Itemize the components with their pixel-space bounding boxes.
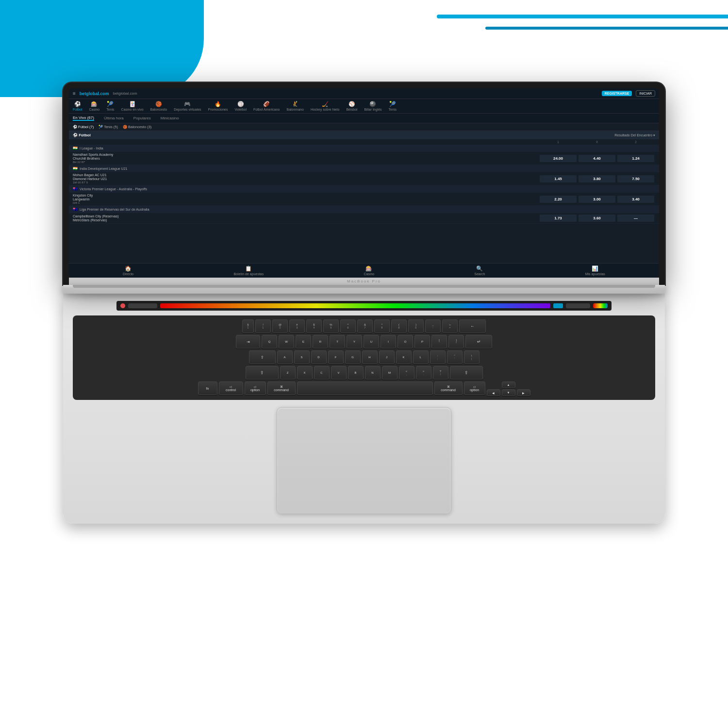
- key-slash[interactable]: ?/: [433, 366, 448, 380]
- key-m[interactable]: M: [382, 366, 397, 380]
- key-caps[interactable]: ⇪: [249, 350, 276, 364]
- key-a[interactable]: A: [277, 350, 293, 364]
- sport-beisbol[interactable]: ⚾ Béisbol: [346, 101, 357, 111]
- key-5[interactable]: %5: [323, 319, 339, 333]
- key-semicolon[interactable]: :;: [430, 350, 446, 364]
- sport-tenis2[interactable]: 🎾 Tenis: [389, 101, 397, 111]
- sport-promociones[interactable]: 🔥 Promociones: [208, 101, 228, 111]
- key-backslash[interactable]: \|: [464, 350, 480, 364]
- key-8[interactable]: *8: [374, 319, 390, 333]
- result-selector[interactable]: Resultado Del Encuentro ▾: [614, 133, 655, 137]
- odd-1[interactable]: 2.20: [540, 196, 577, 203]
- nav-search[interactable]: 🔍 Search: [474, 265, 485, 276]
- key-shift-left[interactable]: ⇧: [246, 366, 279, 380]
- sport-casino-vivo[interactable]: 🃏 Casino en vivo: [121, 101, 144, 111]
- filter-tenis[interactable]: 🎾 Tenis (5): [99, 125, 118, 129]
- tab-en-vivo[interactable]: En Vivo (67): [73, 116, 94, 121]
- nav-directo[interactable]: 🏠 Directo: [123, 265, 133, 276]
- key-l[interactable]: L: [413, 350, 429, 364]
- key-s[interactable]: S: [294, 350, 310, 364]
- key-arrow-down[interactable]: ▼: [502, 389, 515, 396]
- key-2[interactable]: @2: [272, 319, 288, 333]
- key-control[interactable]: alt control: [219, 381, 243, 395]
- odd-x[interactable]: 3.60: [579, 215, 615, 222]
- sport-futbol[interactable]: ⚽ Fútbol: [73, 101, 82, 111]
- key-3[interactable]: #3: [289, 319, 305, 333]
- key-d[interactable]: D: [311, 350, 327, 364]
- sport-baloncesto[interactable]: 🏀 Baloncesto: [150, 101, 167, 111]
- key-arrow-left[interactable]: ◀: [487, 389, 500, 396]
- key-equal[interactable]: +=: [442, 319, 458, 333]
- key-arrow-up[interactable]: ▲: [502, 381, 515, 388]
- key-0[interactable]: )0: [408, 319, 424, 333]
- key-6[interactable]: ^6: [340, 319, 356, 333]
- key-command-left[interactable]: ⌘ command: [267, 381, 296, 395]
- sport-tenis[interactable]: 🎾 Tenis: [106, 101, 114, 111]
- filter-baloncesto[interactable]: 🏀 Baloncesto (3): [123, 125, 151, 129]
- key-q[interactable]: Q: [262, 335, 277, 348]
- odd-2[interactable]: 1.24: [617, 155, 654, 162]
- key-j[interactable]: J: [379, 350, 395, 364]
- key-arrow-right[interactable]: ▶: [517, 389, 530, 396]
- key-space[interactable]: [297, 381, 433, 395]
- key-h[interactable]: H: [362, 350, 378, 364]
- tab-populares[interactable]: Populares: [133, 116, 151, 120]
- sport-hockey[interactable]: 🏒 Hockey sobre hielo: [311, 101, 340, 111]
- key-w[interactable]: W: [279, 335, 294, 348]
- key-u[interactable]: U: [364, 335, 379, 348]
- tab-minicasino[interactable]: Minicasino: [161, 116, 179, 120]
- login-button[interactable]: INICIAR: [636, 90, 655, 97]
- sport-voleibol[interactable]: 🏐 Voleibol: [234, 101, 247, 111]
- key-r[interactable]: R: [313, 335, 328, 348]
- key-b[interactable]: B: [348, 366, 364, 380]
- key-y[interactable]: Y: [347, 335, 362, 348]
- key-4[interactable]: $4: [306, 319, 322, 333]
- key-enter[interactable]: ↵: [465, 335, 492, 348]
- key-shift-right[interactable]: ⇧: [450, 366, 483, 380]
- key-o[interactable]: O: [397, 335, 413, 348]
- key-p[interactable]: P: [414, 335, 430, 348]
- key-option-right[interactable]: alt option: [464, 381, 485, 395]
- key-bracket-r[interactable]: ]^: [448, 335, 464, 348]
- key-7[interactable]: &7: [357, 319, 373, 333]
- key-comma[interactable]: <,: [399, 366, 414, 380]
- key-fn[interactable]: fn: [198, 381, 217, 395]
- sport-balonmano[interactable]: 🤾 Balonmano: [286, 101, 303, 111]
- key-backspace[interactable]: ←: [459, 319, 486, 333]
- key-option-left[interactable]: alt option: [245, 381, 266, 395]
- key-command-right[interactable]: ⌘ command: [434, 381, 463, 395]
- key-c[interactable]: C: [314, 366, 330, 380]
- tab-ultima-hora[interactable]: Última hora: [104, 116, 124, 120]
- odd-x[interactable]: 4.40: [579, 155, 615, 162]
- odd-x[interactable]: 3.00: [579, 196, 615, 203]
- nav-casino[interactable]: 🎰 Casino: [364, 265, 374, 276]
- key-t[interactable]: T: [330, 335, 345, 348]
- key-tab[interactable]: ⇥: [236, 335, 260, 348]
- key-section[interactable]: §1: [242, 319, 254, 333]
- key-z[interactable]: Z: [280, 366, 296, 380]
- sport-casino[interactable]: 🎰 Casino: [89, 101, 99, 111]
- key-x[interactable]: X: [297, 366, 313, 380]
- sport-americano[interactable]: 🏈 Fútbol Americano: [253, 101, 280, 111]
- sport-billar[interactable]: 🎱 Billar Inglés: [364, 101, 381, 111]
- key-v[interactable]: V: [331, 366, 347, 380]
- key-e[interactable]: E: [296, 335, 311, 348]
- trackpad[interactable]: [277, 407, 451, 514]
- odd-1[interactable]: 24.00: [540, 155, 577, 162]
- sport-virtuales[interactable]: 🎮 Deportes virtuales: [174, 101, 201, 111]
- odd-2[interactable]: 3.40: [617, 196, 654, 203]
- key-i[interactable]: I: [381, 335, 396, 348]
- filter-futbol[interactable]: ⚽ Fútbol (7): [73, 125, 94, 129]
- odd-2[interactable]: —: [617, 215, 654, 222]
- odd-x[interactable]: 3.80: [579, 175, 615, 182]
- key-period[interactable]: >.: [416, 366, 431, 380]
- key-bracket-l[interactable]: [`: [431, 335, 447, 348]
- key-f[interactable]: F: [328, 350, 344, 364]
- key-k[interactable]: K: [396, 350, 412, 364]
- odd-2[interactable]: 7.50: [617, 175, 654, 182]
- nav-apuestas[interactable]: 📊 Mis apuestas: [585, 265, 605, 276]
- menu-icon[interactable]: ≡: [73, 91, 76, 96]
- key-g[interactable]: G: [345, 350, 361, 364]
- odd-1[interactable]: 1.45: [540, 175, 577, 182]
- key-9[interactable]: (9: [391, 319, 407, 333]
